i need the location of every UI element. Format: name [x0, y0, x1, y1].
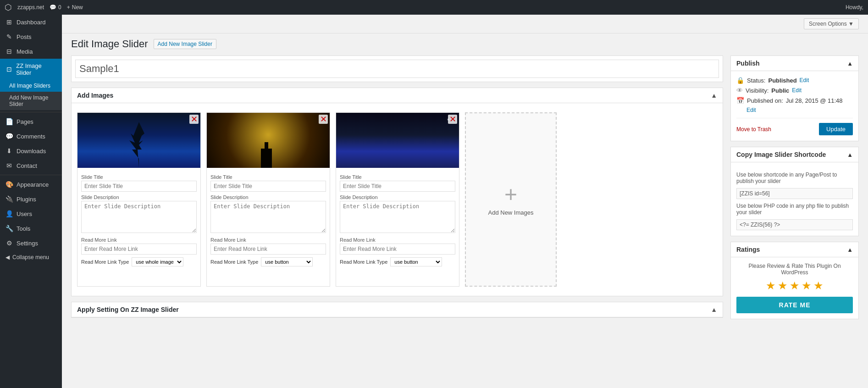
title-input[interactable] [75, 60, 719, 78]
publish-collapse-icon: ▲ [847, 60, 853, 67]
slide-image-2 [207, 113, 330, 168]
comments-icon: 💬 [6, 133, 13, 140]
rate-me-button[interactable]: RATE ME [736, 297, 853, 313]
screen-options-button[interactable]: Screen Options ▼ [804, 18, 859, 29]
slide1-desc-input[interactable] [81, 201, 197, 233]
slide-remove-1[interactable]: ✕ [189, 115, 199, 124]
sidebar-item-all-sliders[interactable]: All Image Sliders [0, 80, 62, 92]
status-value: Published [768, 77, 796, 84]
slide2-link-input[interactable] [210, 244, 326, 255]
sidebar-item-downloads[interactable]: ⬇ Downloads [0, 144, 62, 158]
apply-settings-collapse-icon: ▲ [711, 306, 717, 313]
slide2-desc-input[interactable] [210, 201, 326, 233]
slide3-link-type-row: Read More Link Type use whole image use … [340, 257, 455, 266]
slide-card-3: ✕ Slide Title Slide Description Read Mor… [336, 112, 459, 287]
content-main: Add Images ▲ ✕ Slide Title [71, 55, 723, 325]
slide2-link-type-select[interactable]: use whole image use button no link [261, 257, 313, 266]
published-date-row: 📅 Published on: Jul 28, 2015 @ 11:48 [736, 97, 853, 104]
slide3-title-label: Slide Title [340, 174, 455, 180]
slide2-link-label: Read More Link [210, 237, 326, 243]
title-wrapper [71, 55, 723, 82]
publish-actions: Move to Trash Update [736, 118, 853, 135]
publish-panel-header[interactable]: Publish ▲ [731, 56, 858, 71]
apply-settings-panel: Apply Setting On ZZ Image Slider ▲ [71, 302, 723, 318]
slide-remove-2[interactable]: ✕ [319, 115, 328, 124]
ratings-desc: Please Review & Rate This Plugin On Word… [736, 263, 853, 276]
panel-collapse-icon: ▲ [711, 92, 717, 99]
slide-image-3 [336, 113, 459, 168]
status-icon: 🔒 [736, 77, 744, 84]
add-images-panel: Add Images ▲ ✕ Slide Title [71, 88, 723, 296]
site-name[interactable]: zzapps.net [17, 4, 44, 11]
add-images-panel-header[interactable]: Add Images ▲ [72, 88, 723, 103]
slide2-link-type-label: Read More Link Type [210, 259, 258, 265]
visibility-icon: 👁 [736, 87, 743, 94]
howdy-text: Howdy, [846, 4, 863, 11]
posts-icon: ✎ [6, 33, 13, 40]
sidebar: ⊞ Dashboard ✎ Posts ⊟ Media ⊡ ZZ Image S… [0, 15, 62, 388]
move-to-trash-link[interactable]: Move to Trash [736, 126, 771, 133]
sidebar-item-plugins[interactable]: 🔌 Plugins [0, 192, 62, 206]
plus-icon: + [67, 4, 70, 11]
slide3-link-type-select[interactable]: use whole image use button no link [390, 257, 442, 266]
sidebar-item-appearance[interactable]: 🎨 Appearance [0, 177, 62, 192]
sidebar-item-add-new-slider[interactable]: Add New Image Slider [0, 92, 62, 110]
slide1-link-type-select[interactable]: use whole image use button no link [132, 257, 183, 266]
status-row: 🔒 Status: Published Edit [736, 77, 853, 84]
slide2-desc-label: Slide Description [210, 194, 326, 200]
status-edit-link[interactable]: Edit [800, 77, 809, 83]
update-button[interactable]: Update [819, 123, 853, 135]
sidebar-item-tools[interactable]: 🔧 Tools [0, 221, 62, 236]
comments-link[interactable]: 💬 0 [50, 4, 61, 11]
add-new-images-card[interactable]: + Add New Images [465, 112, 557, 287]
slide-remove-3[interactable]: ✕ [448, 115, 457, 124]
sidebar-item-posts[interactable]: ✎ Posts [0, 29, 62, 44]
sidebar-item-contact[interactable]: ✉ Contact [0, 158, 62, 173]
slide2-title-label: Slide Title [210, 174, 326, 180]
sidebar-item-zz-image-slider[interactable]: ⊡ ZZ Image Slider [0, 59, 62, 80]
apply-settings-panel-header[interactable]: Apply Setting On ZZ Image Slider ▲ [72, 302, 723, 317]
php-shortcode-input[interactable] [736, 219, 853, 230]
sidebar-item-pages[interactable]: 📄 Pages [0, 114, 62, 129]
sidebar-item-comments[interactable]: 💬 Comments [0, 129, 62, 144]
ratings-collapse-icon: ▲ [847, 246, 853, 253]
star-1: ★ [766, 279, 776, 292]
visibility-edit-link[interactable]: Edit [792, 87, 802, 94]
shortcode-panel: Copy Image Slider Shortcode ▲ Use below … [730, 147, 859, 236]
sidebar-item-users[interactable]: 👤 Users [0, 206, 62, 221]
shortcode-value-input[interactable] [736, 188, 853, 199]
content-with-sidebar: Add Images ▲ ✕ Slide Title [62, 50, 868, 330]
status-label: Status: [747, 77, 765, 84]
slide1-title-input[interactable] [81, 181, 197, 192]
slide3-link-label: Read More Link [340, 237, 455, 243]
visibility-value: Public [771, 87, 789, 94]
ratings-panel-header[interactable]: Ratings ▲ [731, 242, 858, 257]
right-sidebar: Publish ▲ 🔒 Status: Published Edit 👁 Vis… [730, 55, 859, 325]
slide3-desc-input[interactable] [340, 201, 455, 233]
new-content-link[interactable]: + New [67, 4, 83, 11]
sidebar-item-dashboard[interactable]: ⊞ Dashboard [0, 15, 62, 29]
add-new-image-slider-link[interactable]: Add New Image Slider [154, 39, 216, 49]
slide1-link-input[interactable] [81, 244, 197, 255]
shortcode-panel-header[interactable]: Copy Image Slider Shortcode ▲ [731, 147, 858, 162]
sidebar-item-settings[interactable]: ⚙ Settings [0, 236, 62, 250]
shortcode-desc1: Use below shortcode in any Page/Post to … [736, 172, 853, 184]
slide3-title-input[interactable] [340, 181, 455, 192]
page-header: Edit Image Slider Add New Image Slider [62, 33, 868, 50]
sidebar-item-media[interactable]: ⊟ Media [0, 44, 62, 59]
users-icon: 👤 [6, 210, 13, 217]
collapse-menu[interactable]: ◀ Collapse menu [0, 250, 62, 264]
ratings-panel: Ratings ▲ Please Review & Rate This Plug… [730, 242, 859, 319]
slide2-title-input[interactable] [210, 181, 326, 192]
slide-fields-3: Slide Title Slide Description Read More … [336, 168, 459, 270]
divider-1 [0, 112, 62, 112]
main-content: Screen Options ▼ Edit Image Slider Add N… [62, 15, 868, 388]
apply-settings-title: Apply Setting On ZZ Image Slider [77, 306, 179, 313]
wp-logo-icon[interactable]: ⬡ [5, 2, 12, 12]
admin-bar: ⬡ zzapps.net 💬 0 + New Howdy, [0, 0, 868, 15]
pages-icon: 📄 [6, 118, 13, 125]
published-date-edit-link[interactable]: Edit [746, 107, 853, 113]
published-date: Jul 28, 2015 @ 11:48 [786, 97, 843, 104]
slide1-link-type-label: Read More Link Type [81, 259, 129, 265]
slide3-link-input[interactable] [340, 244, 455, 255]
